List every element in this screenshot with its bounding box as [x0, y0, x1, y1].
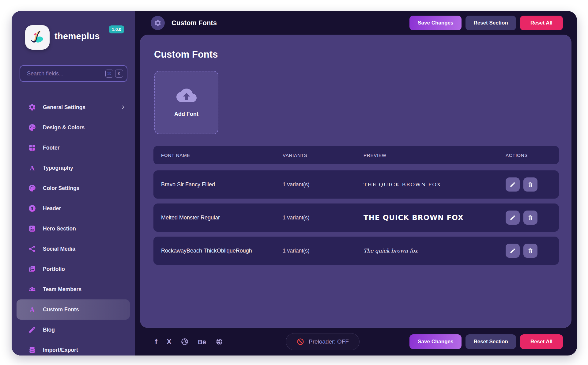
- sidebar-item-color-settings[interactable]: Color Settings: [17, 178, 130, 198]
- save-changes-button[interactable]: Save Changes: [409, 334, 462, 349]
- sidebar-item-import-export[interactable]: Import/Export: [17, 340, 130, 355]
- reset-all-button[interactable]: Reset All: [520, 334, 563, 349]
- grid-icon: [28, 144, 36, 152]
- sidebar-item-label: Footer: [43, 145, 59, 151]
- page-title: Custom Fonts: [172, 19, 217, 27]
- letter-a-icon: A: [28, 164, 36, 172]
- edit-font-button[interactable]: [506, 177, 520, 192]
- sidebar-item-design-colors[interactable]: Design & Colors: [17, 117, 130, 138]
- sidebar-item-label: Typography: [43, 165, 73, 171]
- dribbble-icon[interactable]: [181, 338, 189, 346]
- palette-icon: [28, 124, 36, 131]
- sidebar-item-label: Color Settings: [43, 185, 80, 192]
- row-actions: [506, 244, 559, 258]
- row-actions: [506, 211, 559, 225]
- top-bar: Custom Fonts Save Changes Reset Section …: [135, 11, 577, 35]
- database-icon: [28, 346, 36, 354]
- cmd-key-icon: ⌘: [105, 70, 113, 78]
- preloader-status-badge: Preloader: OFF: [286, 333, 360, 350]
- save-changes-button[interactable]: Save Changes: [409, 16, 462, 30]
- search-input[interactable]: [26, 70, 104, 77]
- sidebar-item-label: Design & Colors: [43, 124, 85, 131]
- sidebar-item-social-media[interactable]: Social Media: [17, 239, 130, 259]
- behance-icon[interactable]: Bē: [198, 339, 206, 345]
- sidebar-item-footer[interactable]: Footer: [17, 138, 130, 158]
- svg-text:A: A: [30, 306, 35, 314]
- sidebar-item-portfolio[interactable]: Portfolio: [17, 259, 130, 279]
- sidebar-item-custom-fonts[interactable]: A Custom Fonts: [17, 299, 130, 320]
- themeplus-logo: [25, 25, 50, 50]
- font-preview: THE QUICK BROWN FOX: [364, 214, 506, 222]
- sidebar-item-hero-section[interactable]: Hero Section: [17, 219, 130, 239]
- pencil-icon: [510, 181, 516, 188]
- delete-font-button[interactable]: [523, 177, 537, 192]
- section-title: Custom Fonts: [154, 49, 218, 60]
- sidebar-item-label: Portfolio: [43, 266, 65, 272]
- sidebar-item-header[interactable]: Header: [17, 198, 130, 219]
- trash-icon: [527, 248, 533, 254]
- app-name: themeplus: [55, 31, 100, 41]
- sidebar-item-label: Custom Fonts: [43, 306, 79, 313]
- top-action-buttons: Save Changes Reset Section Reset All: [409, 16, 563, 30]
- chevron-right-icon: [121, 105, 126, 110]
- section-gear-badge: [151, 16, 165, 30]
- pencil-icon: [28, 326, 36, 334]
- sidebar-item-blog[interactable]: Blog: [17, 320, 130, 340]
- reset-all-button[interactable]: Reset All: [520, 16, 563, 30]
- row-actions: [506, 177, 559, 192]
- fonts-table: FONT NAME VARIANTS PREVIEW ACTIONS Bravo…: [153, 146, 559, 270]
- trash-icon: [527, 215, 533, 221]
- k-key-icon: K: [115, 70, 123, 78]
- x-twitter-icon[interactable]: X: [167, 338, 172, 345]
- version-badge: 1.0.0: [109, 25, 124, 33]
- gear-icon: [28, 103, 36, 111]
- column-header-preview: PREVIEW: [364, 153, 506, 158]
- sidebar-item-typography[interactable]: A Typography: [17, 158, 130, 178]
- font-variants: 1 variant(s): [283, 215, 364, 221]
- add-font-label: Add Font: [174, 111, 198, 117]
- font-variants: 1 variant(s): [283, 248, 364, 254]
- sidebar-item-label: Hero Section: [43, 226, 76, 232]
- table-header-row: FONT NAME VARIANTS PREVIEW ACTIONS: [153, 146, 559, 164]
- trash-icon: [527, 181, 533, 188]
- edit-font-button[interactable]: [506, 211, 520, 225]
- search-box[interactable]: ⌘ K: [20, 65, 127, 82]
- sidebar-item-label: General Settings: [43, 104, 85, 111]
- sidebar-item-label: Header: [43, 205, 61, 212]
- sidebar-nav: General Settings Design & Colors Footer …: [12, 97, 135, 355]
- table-row: RockawayBeach ThickObliqueRough 1 varian…: [153, 237, 559, 265]
- delete-font-button[interactable]: [523, 244, 537, 258]
- font-preview: The quick brown fox: [364, 248, 506, 254]
- pencil-icon: [510, 248, 516, 254]
- delete-font-button[interactable]: [523, 211, 537, 225]
- gear-icon: [154, 19, 162, 27]
- app-window: themeplus 1.0.0 ⌘ K General Settings Des…: [12, 11, 577, 355]
- share-icon: [28, 245, 36, 253]
- font-name: RockawayBeach ThickObliqueRough: [153, 248, 283, 254]
- arrow-up-circle-icon: [28, 204, 36, 212]
- sidebar-item-label: Social Media: [43, 246, 75, 252]
- font-name: Melted Monster Regular: [153, 215, 283, 221]
- column-header-actions: ACTIONS: [506, 153, 559, 158]
- reset-section-button[interactable]: Reset Section: [466, 334, 516, 349]
- sidebar-item-general-settings[interactable]: General Settings: [17, 97, 130, 117]
- sidebar-item-label: Import/Export: [43, 347, 78, 353]
- reset-section-button[interactable]: Reset Section: [466, 16, 516, 30]
- pencil-icon: [510, 215, 516, 221]
- image-icon: [28, 225, 36, 233]
- main-panel: Custom Fonts Add Font FONT NAME VARIANTS…: [140, 35, 571, 328]
- table-row: Bravo Sir Fancy Filled 1 variant(s) THE …: [153, 170, 559, 199]
- font-variants: 1 variant(s): [283, 181, 364, 188]
- column-header-font-name: FONT NAME: [153, 153, 283, 158]
- letter-a-icon: A: [28, 306, 36, 314]
- globe-icon[interactable]: [215, 338, 223, 346]
- add-font-dropzone[interactable]: Add Font: [154, 71, 218, 134]
- prohibited-icon: [296, 338, 304, 346]
- sidebar-item-team-members[interactable]: Team Members: [17, 279, 130, 299]
- edit-font-button[interactable]: [506, 244, 520, 258]
- font-name: Bravo Sir Fancy Filled: [153, 181, 283, 188]
- svg-text:A: A: [30, 164, 35, 172]
- bottom-action-buttons: Save Changes Reset Section Reset All: [409, 334, 563, 349]
- facebook-icon[interactable]: f: [155, 338, 157, 345]
- social-links: f X Bē: [155, 338, 223, 346]
